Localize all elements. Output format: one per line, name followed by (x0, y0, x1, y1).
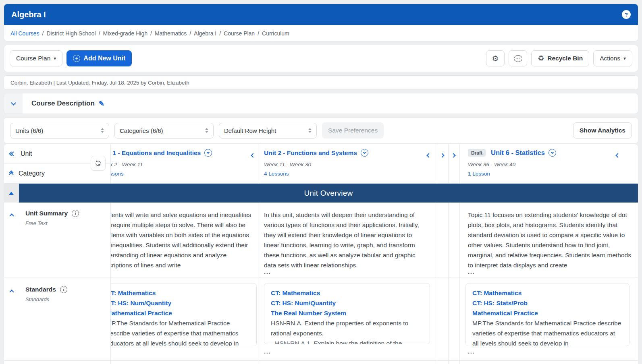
grid-line (4, 277, 638, 277)
edit-pencil-icon[interactable]: ✎ (99, 99, 104, 108)
unit-overview-banner: Unit Overview (19, 184, 638, 203)
course-plan-label: Course Plan (16, 55, 50, 62)
title-bar: Algebra I ? (4, 4, 638, 25)
toolbar-right: ⚙ ⋯ ♻ Recycle Bin Actions ▾ (486, 50, 632, 66)
standard-link[interactable]: CT: HS: Num/Quantity (271, 298, 423, 308)
unit6-header: Draft Unit 6 - Statistics (468, 149, 556, 157)
filters-bar: Units (6/6) Categories (6/6) Default Row… (4, 118, 638, 143)
unit1-standards-card: CT: Mathematics CT: HS: Num/Quantity Mat… (100, 283, 257, 346)
collapse-left-icon[interactable] (427, 151, 430, 159)
unit6-lessons-link[interactable]: 1 Lesson (468, 171, 490, 177)
sort-arrows-icon (308, 128, 312, 133)
unit2-summary-expand[interactable]: ... (264, 270, 271, 274)
actions-dropdown[interactable]: Actions ▾ (593, 50, 632, 66)
chevron-down-icon (11, 100, 16, 105)
info-icon[interactable]: i (60, 286, 67, 293)
triangle-up-icon (9, 192, 14, 195)
standard-description: MP.The Standards for Mathematical Practi… (106, 318, 250, 346)
chevron-down-circle-icon[interactable] (361, 149, 368, 157)
standard-link[interactable]: CT: Mathematics (271, 288, 423, 298)
unit2-header: Unit 2 - Functions and Systems (264, 149, 368, 157)
standard-link[interactable]: Mathematical Practice (106, 308, 250, 318)
course-description-collapse[interactable] (4, 93, 23, 114)
recycle-bin-label: Recycle Bin (547, 55, 583, 62)
sort-arrows-icon (101, 128, 104, 133)
recycle-icon: ♻ (538, 55, 544, 62)
course-plan-dropdown[interactable]: Course Plan ▾ (10, 50, 62, 66)
standard-link[interactable]: CT: Mathematics (106, 288, 250, 298)
unit2-lessons-link[interactable]: 4 Lessons (264, 171, 289, 177)
double-chevron-left-icon (10, 152, 15, 155)
standard-description: MP.The Standards for Mathematical Practi… (472, 318, 623, 346)
unit2-standards-card: CT: Mathematics CT: HS: Num/Quantity The… (264, 283, 430, 344)
units-filter-value: Units (6/6) (15, 127, 43, 134)
collapse-left-icon[interactable] (616, 151, 619, 159)
refresh-button[interactable] (91, 156, 106, 171)
units-filter-select[interactable]: Units (6/6) (10, 123, 109, 139)
recycle-bin-button[interactable]: ♻ Recycle Bin (531, 50, 589, 66)
row-height-select[interactable]: Default Row Height (219, 123, 317, 139)
breadcrumb-item: Algebra I (194, 30, 216, 37)
standard-link[interactable]: The Real Number System (271, 308, 423, 318)
unit6-title-link[interactable]: Draft Unit 6 - Statistics (468, 149, 556, 157)
unit6-summary-text: Topic 11 focuses on extending students' … (468, 210, 633, 270)
category-axis-label: Category (19, 170, 45, 177)
collapse-row-icon[interactable] (10, 288, 13, 295)
unit2-weeks: Week 11 - Week 30 (264, 161, 311, 168)
double-chevron-up-icon (10, 171, 13, 176)
unit6-weeks: Week 36 - Week 40 (468, 161, 515, 168)
row-header-panel: Unit Category Unit Summary i Free Text (4, 144, 111, 364)
categories-filter-value: Categories (6/6) (120, 127, 163, 134)
breadcrumb-all-courses[interactable]: All Courses (10, 30, 39, 37)
help-button[interactable]: ? (622, 10, 631, 19)
breadcrumb-item: Course Plan (224, 30, 255, 37)
collapse-left-icon[interactable] (251, 151, 255, 159)
breadcrumb-item: District High School (46, 30, 96, 37)
unit2-title-link[interactable]: Unit 2 - Functions and Systems (264, 149, 368, 157)
caret-down-icon: ▾ (54, 56, 56, 61)
unit1-title-link[interactable]: Unit 1 - Equations and Inequalities (99, 149, 212, 157)
chevron-down-circle-icon[interactable] (549, 149, 556, 157)
show-analytics-button[interactable]: Show Analytics (573, 122, 632, 139)
collapsed-unit-column (449, 144, 460, 364)
add-new-unit-button[interactable]: + Add New Unit (66, 50, 132, 66)
standard-link[interactable]: CT: HS: Num/Quantity (106, 298, 250, 308)
save-preferences-button[interactable]: Save Preferences (322, 122, 384, 139)
comment-bubble-icon: ⋯ (514, 55, 522, 62)
collapse-row-icon[interactable] (10, 212, 13, 219)
expand-right-icon[interactable] (440, 151, 444, 159)
comments-button[interactable]: ⋯ (509, 50, 527, 66)
unit6-summary-expand[interactable]: ... (468, 270, 475, 274)
unit-overview-title: Unit Overview (304, 189, 353, 198)
breadcrumb-separator: / (219, 30, 221, 37)
categories-filter-select[interactable]: Categories (6/6) (114, 123, 214, 139)
toolbar: Course Plan ▾ + Add New Unit ⚙ ⋯ ♻ Recyc… (4, 45, 638, 72)
refresh-icon (95, 160, 102, 167)
expand-right-icon[interactable] (452, 151, 455, 159)
standard-link[interactable]: Mathematical Practice (472, 308, 623, 318)
save-preferences-label: Save Preferences (328, 127, 378, 134)
row-name: Unit Summary (25, 210, 68, 217)
row-type: Free Text (25, 220, 47, 226)
settings-button[interactable]: ⚙ (486, 50, 505, 66)
standard-link[interactable]: CT: HS: Stats/Prob (472, 298, 623, 308)
unit1-header: Unit 1 - Equations and Inequalities (99, 149, 212, 157)
toolbar-left: Course Plan ▾ + Add New Unit (10, 50, 132, 66)
collapse-section-cell[interactable] (4, 184, 19, 203)
curriculum-grid: Unit 1 - Equations and Inequalities Week… (4, 144, 638, 364)
header-card: Algebra I ? All Courses / District High … (4, 4, 638, 41)
standard-link[interactable]: CT: Mathematics (472, 288, 623, 298)
breadcrumb-item: Mixed-grade High (103, 30, 148, 37)
unit2-standards-expand[interactable]: ... (264, 350, 271, 354)
breadcrumb-separator: / (42, 30, 44, 37)
unit6-standards-card: CT: Mathematics CT: HS: Stats/Prob Mathe… (465, 283, 630, 346)
unit-axis-label: Unit (21, 150, 32, 157)
unit6-standards-expand[interactable]: ... (468, 350, 475, 354)
chevron-down-circle-icon[interactable] (204, 149, 212, 157)
breadcrumb: All Courses / District High School / Mix… (4, 25, 638, 41)
breadcrumb-separator: / (258, 30, 259, 37)
help-icon: ? (625, 12, 628, 18)
info-icon[interactable]: i (72, 210, 79, 217)
unit2-summary-text: In this unit, students will deepen their… (264, 210, 427, 270)
unit1-summary-text: Students will write and solve equations … (99, 210, 257, 270)
